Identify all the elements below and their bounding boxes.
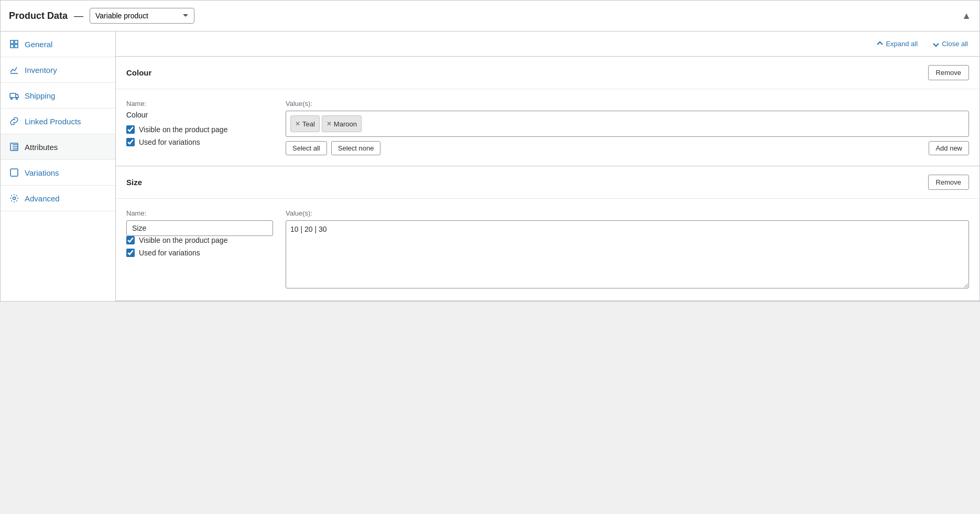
remove-button[interactable]: Remove: [928, 65, 969, 80]
visible-checkbox-row: Visible on the product page: [126, 125, 273, 134]
attr-right: Value(s): 10 | 20 | 30: [286, 209, 969, 290]
visible-checkbox-row: Visible on the product page: [126, 236, 273, 244]
select-none-button[interactable]: Select none: [331, 141, 381, 155]
attribute-header: Size Remove: [116, 166, 979, 199]
visible-checkbox[interactable]: [126, 236, 135, 244]
values-actions: Select all Select none Add new: [286, 141, 969, 155]
sidebar-item-shipping[interactable]: Shipping: [1, 83, 115, 109]
svg-point-16: [13, 197, 16, 200]
product-data-panel: Product Data — Simple productGrouped pro…: [0, 0, 980, 302]
gear-icon: [9, 193, 19, 204]
panel-header: Product Data — Simple productGrouped pro…: [1, 1, 979, 31]
attribute-header: Colour Remove: [116, 57, 979, 89]
attribute-body: Name: Colour Visible on the product page…: [116, 89, 979, 166]
panel-body: General Inventory Shipping Linked Produc…: [1, 31, 979, 301]
attr-row: Name: Colour Visible on the product page…: [126, 100, 969, 155]
attr-right: Value(s): ✕ Teal ✕ Maroon Select all Sel…: [286, 100, 969, 155]
panel-title-dash: —: [74, 10, 83, 22]
grid-icon: [9, 39, 19, 49]
svg-rect-1: [15, 40, 18, 44]
name-label: Name:: [126, 209, 273, 217]
svg-rect-15: [10, 169, 18, 176]
main-content: Expand all Close all Colour Remove Name:…: [116, 31, 979, 301]
chart-icon: [9, 65, 19, 75]
svg-rect-0: [10, 40, 14, 44]
visible-checkbox[interactable]: [126, 125, 135, 134]
variations-checkbox[interactable]: [126, 138, 135, 146]
sidebar-item-label: General: [25, 40, 52, 49]
attr-left: Name: Colour Visible on the product page…: [126, 100, 273, 151]
panel-title: Product Data: [9, 10, 68, 22]
square-icon: [9, 167, 19, 178]
svg-rect-3: [15, 45, 18, 48]
close-all-button[interactable]: Close all: [929, 38, 971, 50]
attr-name-input[interactable]: [126, 220, 273, 236]
add-new-button[interactable]: Add new: [929, 141, 969, 155]
values-label: Value(s):: [286, 100, 969, 108]
attribute-body: Name: Visible on the product page Used f…: [116, 199, 979, 301]
attr-row: Name: Visible on the product page Used f…: [126, 209, 969, 290]
panel-collapse-button[interactable]: ▲: [962, 10, 971, 22]
variations-checkbox-row: Used for variations: [126, 138, 273, 146]
tag-maroon: ✕ Maroon: [322, 115, 362, 132]
attribute-title: Size: [126, 178, 142, 187]
tag-label: Teal: [302, 120, 315, 128]
sidebar-item-inventory[interactable]: Inventory: [1, 57, 115, 83]
tag-remove-maroon[interactable]: ✕: [326, 121, 332, 127]
attributes-container: Colour Remove Name: Colour Visible on th…: [116, 57, 979, 301]
sidebar-item-label: Attributes: [25, 143, 58, 152]
variations-checkbox-row: Used for variations: [126, 249, 273, 257]
sidebar-item-linked-products[interactable]: Linked Products: [1, 109, 115, 134]
tag-remove-teal[interactable]: ✕: [295, 121, 300, 127]
content-toolbar: Expand all Close all: [116, 31, 979, 57]
visible-label[interactable]: Visible on the product page: [139, 125, 227, 134]
list-icon: [9, 142, 19, 152]
attribute-section-colour: Colour Remove Name: Colour Visible on th…: [116, 57, 979, 166]
link-icon: [9, 116, 19, 126]
svg-point-7: [16, 98, 18, 100]
attr-left: Name: Visible on the product page Used f…: [126, 209, 273, 261]
product-type-select[interactable]: Simple productGrouped productExternal/Af…: [90, 8, 194, 24]
values-label: Value(s):: [286, 209, 969, 217]
attribute-section-size: Size Remove Name: Visible on the product…: [116, 166, 979, 301]
tag-teal: ✕ Teal: [290, 115, 320, 132]
variations-label[interactable]: Used for variations: [139, 249, 200, 257]
sidebar-item-label: Advanced: [25, 194, 60, 203]
values-container[interactable]: ✕ Teal ✕ Maroon: [286, 111, 969, 137]
values-textarea[interactable]: 10 | 20 | 30: [286, 220, 969, 288]
attribute-title: Colour: [126, 68, 151, 77]
expand-icon: [876, 40, 884, 48]
name-label: Name:: [126, 100, 273, 108]
svg-point-6: [11, 98, 13, 100]
remove-button[interactable]: Remove: [928, 175, 969, 190]
variations-checkbox[interactable]: [126, 249, 135, 257]
sidebar-item-attributes[interactable]: Attributes: [1, 134, 115, 160]
tag-label: Maroon: [334, 120, 357, 128]
expand-all-button[interactable]: Expand all: [873, 38, 921, 50]
truck-icon: [9, 90, 19, 101]
sidebar-item-label: Inventory: [25, 66, 57, 74]
sidebar-item-variations[interactable]: Variations: [1, 160, 115, 186]
attr-name-display: Colour: [126, 111, 273, 119]
visible-label[interactable]: Visible on the product page: [139, 236, 227, 244]
sidebar-item-general[interactable]: General: [1, 31, 115, 57]
variations-label[interactable]: Used for variations: [139, 138, 200, 146]
sidebar-item-label: Linked Products: [25, 117, 81, 126]
sidebar-item-label: Shipping: [25, 91, 55, 100]
sidebar-item-advanced[interactable]: Advanced: [1, 186, 115, 211]
close-all-icon: [932, 40, 940, 48]
sidebar: General Inventory Shipping Linked Produc…: [1, 31, 116, 301]
svg-rect-2: [10, 45, 14, 48]
svg-rect-5: [10, 93, 16, 98]
sidebar-item-label: Variations: [25, 168, 59, 177]
select-all-button[interactable]: Select all: [286, 141, 327, 155]
